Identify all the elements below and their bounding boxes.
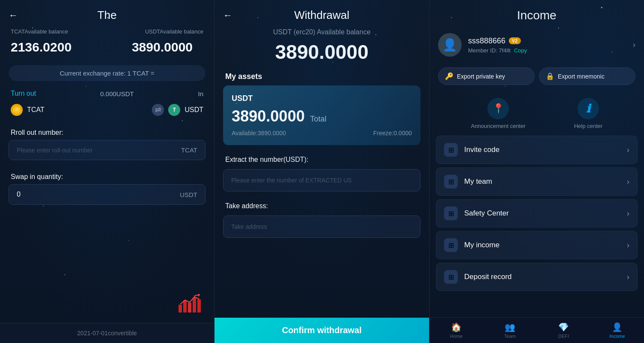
announcement-icon: 📍 (487, 98, 509, 119)
available-label: Available:3890.0000 (232, 130, 286, 137)
my-income-icon: ⊞ (444, 238, 458, 252)
nav-income[interactable]: 👤 Income (590, 318, 644, 343)
asset-value-row: 3890.0000 Total (232, 107, 412, 125)
my-team-label: My team (464, 177, 627, 186)
swap-in-value: 0 (17, 191, 21, 198)
back-arrow-panel1[interactable]: ← (9, 10, 18, 21)
asset-total-label: Total (310, 115, 327, 123)
avatar: 👤 (438, 33, 462, 57)
export-mnemonic-button[interactable]: 🔒 Export mnemonic (539, 67, 635, 85)
username: sss888666 (468, 36, 505, 46)
panel1-title: The (97, 9, 117, 22)
safety-center-icon: ⊞ (444, 206, 458, 220)
copy-button[interactable]: Copy (514, 47, 527, 54)
nav-defi[interactable]: 💎 DEFI (537, 318, 590, 343)
asset-total-value: 3890.0000 (232, 107, 305, 125)
panel-income: Income 👤 sss888666 V2 Member ID: 7f4llt … (429, 0, 644, 343)
footer-date: 2021-07-01convertible (0, 323, 214, 343)
user-info: sss888666 V2 Member ID: 7f4llt Copy (468, 36, 633, 54)
svg-rect-1 (183, 301, 187, 313)
deposit-record-chevron-icon: › (627, 273, 629, 282)
extract-input[interactable]: Please enter the number of EXTRACTED US (223, 169, 420, 191)
invite-code-label: Invite code (464, 146, 627, 154)
roll-out-input[interactable]: Please enter roll-out number TCAT (9, 140, 206, 160)
menu-item-my-team[interactable]: ⊞ My team › (436, 167, 638, 196)
home-nav-icon: 🏠 (451, 322, 462, 332)
tcat-balance-value: 2136.0200 (11, 39, 82, 59)
defi-nav-icon: 💎 (558, 322, 569, 332)
help-center-button[interactable]: ℹ Help center (574, 98, 602, 129)
team-nav-icon: 👥 (505, 322, 515, 332)
export-private-key-button[interactable]: 🔑 Export private key (438, 67, 535, 85)
usdt-balance-label: USDTAvailable balance (145, 28, 203, 35)
income-title: Income (429, 0, 644, 29)
menu-item-safety-center[interactable]: ⊞ Safety Center › (436, 199, 638, 228)
invite-code-chevron-icon: › (627, 146, 629, 155)
address-placeholder: Take address (231, 223, 267, 230)
currency-from-label: TCAT (27, 106, 148, 114)
chart-icon-area (178, 294, 201, 317)
asset-type-label: USDT (232, 94, 412, 103)
exchange-rate-text: Current exchange rate: 1 TCAT = (60, 70, 154, 77)
asset-sub-row: Available:3890.0000 Freeze:0.0000 (232, 130, 412, 137)
exchange-rate-box: Current exchange rate: 1 TCAT = (9, 65, 206, 81)
balance-values-row: 2136.0200 3890.0000 (0, 37, 214, 61)
export-mnemonic-label: Export mnemonic (558, 73, 605, 80)
panel-exchange: ← The TCATAvailable balance USDTAvailabl… (0, 0, 215, 343)
withdrawal-balance-value: 3890.0000 (215, 38, 429, 72)
home-nav-label: Home (450, 334, 463, 339)
usdt-balance-value: 3890.0000 (121, 39, 203, 59)
deposit-record-icon: ⊞ (444, 270, 458, 284)
menu-item-deposit-record[interactable]: ⊞ Deposit record › (436, 263, 638, 291)
my-assets-section: My assets USDT 3890.0000 Total Available… (223, 72, 420, 145)
swap-in-qty-label: Swap in quantity: (0, 167, 214, 184)
address-input[interactable]: Take address (223, 216, 420, 238)
asset-card: USDT 3890.0000 Total Available:3890.0000… (223, 85, 420, 145)
usdt-icon: T (168, 104, 180, 116)
bottom-nav: 🏠 Home 👥 Team 💎 DEFI 👤 Income (429, 317, 644, 343)
roll-out-label: Rroll out number: (0, 122, 214, 140)
key-buttons-row: 🔑 Export private key 🔒 Export mnemonic (429, 63, 644, 91)
user-chevron-icon[interactable]: › (633, 40, 635, 49)
my-team-icon: ⊞ (444, 175, 458, 188)
my-assets-title: My assets (223, 72, 420, 85)
panel1-header: ← The (0, 0, 214, 26)
help-label: Help center (574, 123, 602, 129)
panel-withdrawal: ← Withdrawal USDT (erc20) Available bala… (215, 0, 429, 343)
my-team-chevron-icon: › (627, 177, 629, 186)
defi-nav-label: DEFI (558, 334, 569, 339)
my-income-label: My income (464, 241, 627, 249)
withdrawal-balance-label: USDT (erc20) Available balance (215, 26, 429, 38)
tcat-balance-label: TCATAvailable balance (11, 28, 68, 35)
balance-labels-row: TCATAvailable balance USDTAvailable bala… (0, 26, 214, 37)
extract-label: Extract the number(USDT): (215, 152, 429, 166)
menu-item-invite-code[interactable]: ⊞ Invite code › (436, 136, 638, 164)
currency-row: 🪙 TCAT ⇌ T USDT (0, 102, 214, 122)
nav-home[interactable]: 🏠 Home (429, 318, 483, 343)
swap-direction-row: Turn out 0.000USDT In (0, 85, 214, 102)
help-icon: ℹ (577, 98, 599, 119)
panel2-header: ← Withdrawal (215, 0, 429, 26)
announcement-label: Announcement center (471, 123, 526, 129)
invite-code-icon: ⊞ (444, 143, 458, 157)
nav-team[interactable]: 👥 Team (483, 318, 537, 343)
member-id-row: Member ID: 7f4llt Copy (468, 47, 633, 54)
svg-rect-3 (193, 297, 196, 313)
menu-item-my-income[interactable]: ⊞ My income › (436, 231, 638, 259)
menu-list: ⊞ Invite code › ⊞ My team › ⊞ Safety Cen… (436, 136, 638, 291)
currency-to-label: USDT (184, 106, 203, 114)
svg-rect-4 (197, 299, 201, 313)
roll-out-placeholder: Please enter roll-out number (17, 147, 93, 154)
take-address-label: Take address: (215, 198, 429, 212)
back-arrow-panel2[interactable]: ← (223, 10, 233, 21)
turn-out-label: Turn out (11, 90, 36, 97)
swap-arrows-icon[interactable]: ⇌ (152, 104, 164, 116)
announcement-center-button[interactable]: 📍 Announcement center (471, 98, 526, 129)
safety-center-label: Safety Center (464, 209, 627, 218)
member-id-label: Member ID: 7f4llt (468, 47, 511, 54)
in-label: In (198, 90, 203, 97)
panel2-title: Withdrawal (294, 9, 350, 22)
confirm-withdrawal-button[interactable]: Confirm withdrawal (215, 318, 429, 343)
export-private-key-label: Export private key (457, 73, 505, 80)
svg-rect-0 (178, 305, 182, 313)
